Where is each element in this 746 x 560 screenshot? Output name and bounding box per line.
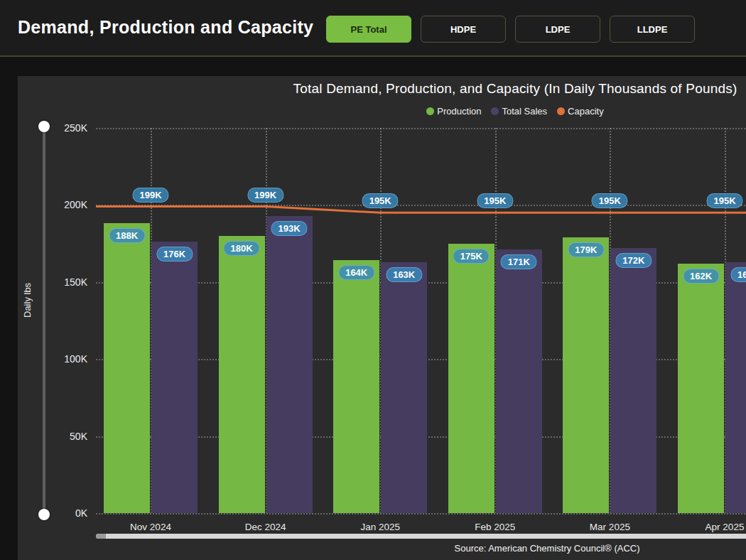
production-value-label: 175K <box>453 249 490 264</box>
production-value-label: 164K <box>338 265 374 280</box>
legend-item-capacity[interactable]: Capacity <box>557 106 604 117</box>
legend-label: Capacity <box>568 106 604 117</box>
chart-title: Total Demand, Production, and Capacity (… <box>18 81 746 97</box>
y-axis-title: Daily lbs <box>22 283 33 318</box>
capacity-value-label: 199K <box>247 188 283 203</box>
x-axis-month-label: Feb 2025 <box>475 522 515 532</box>
total-sales-bar[interactable] <box>151 242 198 513</box>
horizontal-scrollbar[interactable] <box>96 534 746 539</box>
total-sales-value-label: 163K <box>386 267 422 282</box>
gridline-horizontal <box>96 513 746 515</box>
x-axis-month-label: Jan 2025 <box>360 522 400 532</box>
capacity-value-label: 195K <box>477 193 513 208</box>
gridline-horizontal <box>96 205 746 206</box>
chart-legend: ProductionTotal SalesCapacity <box>18 106 746 117</box>
y-axis-tick-label: 150K <box>53 276 87 288</box>
legend-marker-icon <box>491 107 499 115</box>
legend-item-total-sales[interactable]: Total Sales <box>491 106 547 117</box>
total-sales-bar[interactable] <box>381 262 427 513</box>
capacity-value-label: 195K <box>592 193 628 208</box>
total-sales-bar[interactable] <box>266 216 313 513</box>
y-axis-tick-label: 50K <box>53 431 87 442</box>
total-sales-bar[interactable] <box>610 248 656 513</box>
legend-label: Total Sales <box>502 106 547 117</box>
total-sales-bar[interactable] <box>725 262 746 513</box>
legend-label: Production <box>437 106 481 117</box>
y-axis-tick-label: 100K <box>53 353 87 365</box>
source-attribution: Source: American Chemistry Council® (ACC… <box>96 543 746 554</box>
production-bar[interactable] <box>563 237 609 513</box>
production-value-label: 162K <box>683 269 719 284</box>
total-sales-value-label: 163K <box>730 267 746 282</box>
capacity-value-label: 195K <box>706 193 742 208</box>
value-axis-zoom-slider[interactable] <box>43 126 45 515</box>
slider-handle-top[interactable] <box>38 121 50 132</box>
chart-panel: Total Demand, Production, and Capacity (… <box>18 76 746 560</box>
filter-button-lldpe[interactable]: LLDPE <box>610 16 695 43</box>
legend-marker-icon <box>557 107 565 115</box>
x-axis-month-label: Dec 2024 <box>245 522 286 532</box>
production-value-label: 180K <box>224 241 260 256</box>
dashboard: Demand, Production and Capacity PE Total… <box>0 0 746 560</box>
production-bar[interactable] <box>678 264 724 513</box>
x-axis-month-label: Apr 2025 <box>706 522 745 532</box>
legend-item-production[interactable]: Production <box>426 106 481 117</box>
total-sales-value-label: 176K <box>156 247 193 262</box>
production-bar[interactable] <box>448 244 494 513</box>
slider-handle-bottom[interactable] <box>38 509 50 520</box>
app-header: Demand, Production and Capacity PE Total… <box>0 0 746 57</box>
production-bar[interactable] <box>104 223 150 513</box>
production-bar[interactable] <box>219 236 265 513</box>
x-axis-month-label: Mar 2025 <box>590 522 630 532</box>
page-title: Demand, Production and Capacity <box>18 17 313 38</box>
y-axis-tick-label: 0K <box>53 507 87 519</box>
production-value-label: 188K <box>109 228 145 243</box>
scrollbar-thumb-edge[interactable] <box>96 534 106 539</box>
y-axis-tick-label: 200K <box>53 199 87 210</box>
total-sales-value-label: 171K <box>501 254 537 269</box>
y-axis-tick-label: 250K <box>53 122 87 134</box>
x-axis-month-label: Nov 2024 <box>130 522 171 532</box>
product-filter-group: PE Total HDPE LDPE LLDPE <box>326 16 695 43</box>
total-sales-value-label: 193K <box>271 221 308 236</box>
gridline-horizontal <box>96 128 746 129</box>
filter-button-ldpe[interactable]: LDPE <box>515 16 600 43</box>
filter-button-pe-total[interactable]: PE Total <box>326 16 411 43</box>
production-value-label: 179K <box>568 242 604 257</box>
capacity-value-label: 199K <box>132 188 168 203</box>
filter-button-hdpe[interactable]: HDPE <box>421 16 506 43</box>
total-sales-bar[interactable] <box>496 249 542 513</box>
production-bar[interactable] <box>333 260 379 513</box>
total-sales-value-label: 172K <box>615 253 652 268</box>
capacity-value-label: 195K <box>362 193 399 208</box>
legend-marker-icon <box>426 107 434 115</box>
